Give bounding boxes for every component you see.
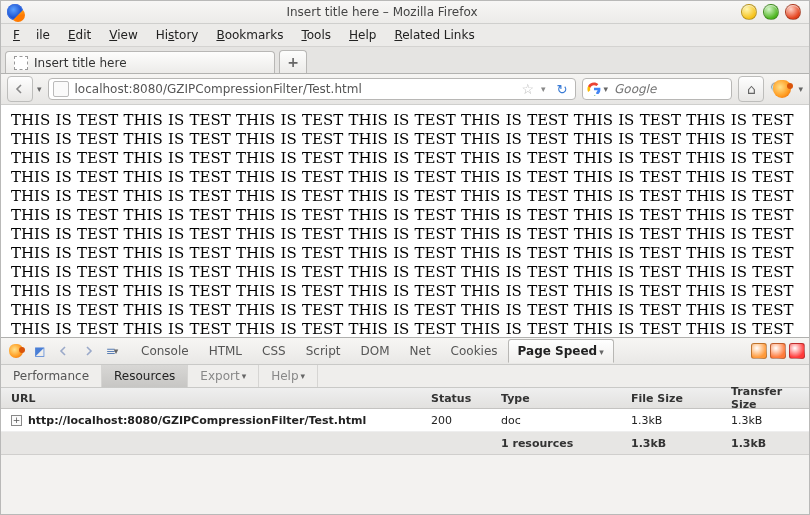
home-icon: ⌂ xyxy=(747,81,756,97)
subtab-performance[interactable]: Performance xyxy=(1,365,102,387)
search-engine-dropdown[interactable]: ▾ xyxy=(603,84,608,94)
bookmark-star-icon[interactable]: ☆ xyxy=(521,81,534,97)
menu-view[interactable]: View xyxy=(101,26,145,44)
col-header-file-size[interactable]: File Size xyxy=(631,392,731,405)
chevron-left-icon xyxy=(59,346,69,356)
col-header-url[interactable]: URL xyxy=(1,392,431,405)
page-content: THIS IS TEST THIS IS TEST THIS IS TEST T… xyxy=(1,105,809,339)
menu-file[interactable]: File xyxy=(5,26,58,44)
chevron-down-icon: ▾ xyxy=(301,371,306,381)
site-identity-icon[interactable] xyxy=(53,81,69,97)
tab-strip: Insert title here + xyxy=(1,47,809,74)
menu-history[interactable]: History xyxy=(148,26,207,44)
inspect-button[interactable]: ◩ xyxy=(29,340,51,362)
url-history-dropdown[interactable]: ▾ xyxy=(538,84,549,94)
tab-title: Insert title here xyxy=(34,56,127,70)
panel-options-button[interactable]: ≡▾ xyxy=(101,340,123,362)
panel-back-button[interactable] xyxy=(53,340,75,362)
menu-related[interactable]: Related Links xyxy=(386,26,482,44)
chevron-right-icon xyxy=(83,346,93,356)
devtools-tabbar: ◩ ≡▾ Console HTML CSS Script DOM Net Coo… xyxy=(1,338,809,365)
resource-transfer-size: 1.3kB xyxy=(731,414,809,427)
url-bar[interactable]: ☆ ▾ ↻ xyxy=(48,78,577,100)
resource-type: doc xyxy=(501,414,631,427)
window-title: Insert title here – Mozilla Firefox xyxy=(23,5,741,19)
total-transfer-size: 1.3kB xyxy=(731,437,809,450)
resource-file-size: 1.3kB xyxy=(631,414,731,427)
firefox-icon xyxy=(7,4,23,20)
search-box[interactable]: ▾ 🔍 xyxy=(582,78,732,100)
menu-bookmarks[interactable]: Bookmarks xyxy=(208,26,291,44)
total-file-size: 1.3kB xyxy=(631,437,731,450)
arrow-left-icon xyxy=(15,84,25,94)
google-icon[interactable] xyxy=(587,82,601,96)
firefox-window: Insert title here – Mozilla Firefox File… xyxy=(0,0,810,515)
resource-url: http://localhost:8080/GZIPCompressionFil… xyxy=(28,414,366,427)
tab-page-speed[interactable]: Page Speed ▾ xyxy=(508,339,614,363)
col-header-transfer-size[interactable]: Transfer Size xyxy=(731,385,809,411)
resource-row[interactable]: + http://localhost:8080/GZIPCompressionF… xyxy=(1,409,809,432)
tab-css[interactable]: CSS xyxy=(252,339,296,363)
subtab-resources[interactable]: Resources xyxy=(102,365,188,387)
new-tab-button[interactable]: + xyxy=(279,50,307,73)
menu-tools[interactable]: Tools xyxy=(293,26,339,44)
tab-cookies[interactable]: Cookies xyxy=(441,339,508,363)
resources-header-row: URL Status Type File Size Transfer Size xyxy=(1,388,809,409)
window-minimize-button[interactable] xyxy=(741,4,757,20)
browser-tab[interactable]: Insert title here xyxy=(5,51,275,73)
page-body-text: THIS IS TEST THIS IS TEST THIS IS TEST T… xyxy=(11,111,799,339)
menubar: File Edit View History Bookmarks Tools H… xyxy=(1,24,809,47)
window-maximize-button[interactable] xyxy=(763,4,779,20)
devtools-popout-button[interactable] xyxy=(770,343,786,359)
firebug-menu-button[interactable] xyxy=(5,340,27,362)
page-icon xyxy=(14,56,28,70)
back-button[interactable] xyxy=(7,76,33,102)
subtab-help[interactable]: Help ▾ xyxy=(259,365,318,387)
total-label: 1 resources xyxy=(501,437,631,450)
col-header-status[interactable]: Status xyxy=(431,392,501,405)
devtools-minimize-button[interactable] xyxy=(751,343,767,359)
tab-console[interactable]: Console xyxy=(131,339,199,363)
col-header-type[interactable]: Type xyxy=(501,392,631,405)
tab-html[interactable]: HTML xyxy=(199,339,252,363)
menu-edit[interactable]: Edit xyxy=(60,26,99,44)
panel-forward-button[interactable] xyxy=(77,340,99,362)
url-input[interactable] xyxy=(73,81,518,97)
reload-icon[interactable]: ↻ xyxy=(553,82,572,97)
extension-button[interactable] xyxy=(770,77,794,101)
devtools-subtabs: Performance Resources Export ▾ Help ▾ xyxy=(1,365,809,388)
chevron-down-icon: ▾ xyxy=(599,347,604,357)
home-button[interactable]: ⌂ xyxy=(738,76,764,102)
chevron-down-icon: ▾ xyxy=(242,371,247,381)
expand-toggle-icon[interactable]: + xyxy=(11,415,22,426)
devtools-close-button[interactable] xyxy=(789,343,805,359)
menu-help[interactable]: Help xyxy=(341,26,384,44)
back-history-dropdown[interactable]: ▾ xyxy=(37,84,42,94)
tab-script[interactable]: Script xyxy=(296,339,351,363)
resources-total-row: 1 resources 1.3kB 1.3kB xyxy=(1,432,809,455)
tab-net[interactable]: Net xyxy=(400,339,441,363)
extension-dropdown[interactable]: ▾ xyxy=(798,84,803,94)
firebug-icon xyxy=(9,344,23,358)
resource-status: 200 xyxy=(431,414,501,427)
navigation-toolbar: ▾ ☆ ▾ ↻ ▾ 🔍 ⌂ ▾ xyxy=(1,74,809,105)
window-close-button[interactable] xyxy=(785,4,801,20)
devtools-panel: ◩ ≡▾ Console HTML CSS Script DOM Net Coo… xyxy=(1,337,809,514)
firebug-icon xyxy=(773,80,791,98)
subtab-export[interactable]: Export ▾ xyxy=(188,365,259,387)
titlebar: Insert title here – Mozilla Firefox xyxy=(1,1,809,24)
tab-dom[interactable]: DOM xyxy=(350,339,399,363)
